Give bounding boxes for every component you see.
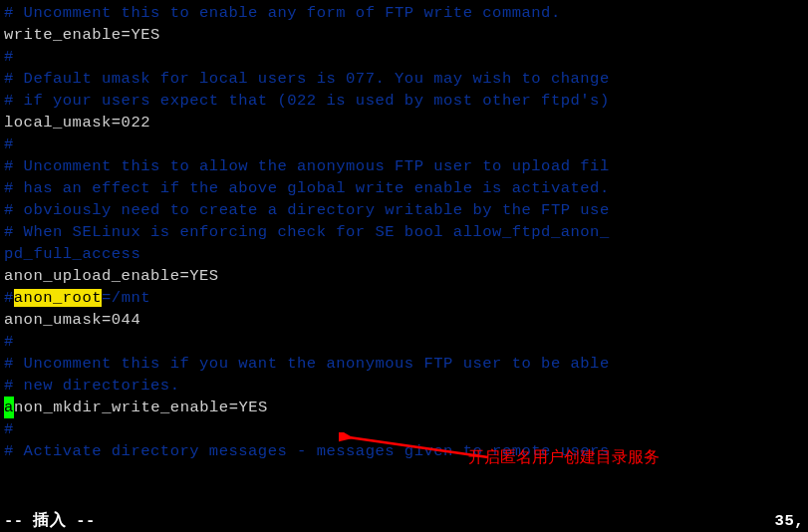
editor-line[interactable]: anon_upload_enable=YES [4, 265, 804, 287]
vim-status-bar: -- 插入 -- 35, [0, 510, 808, 532]
editor-line[interactable]: # obviously need to create a directory w… [4, 199, 804, 221]
text-segment: anon_umask=044 [4, 311, 140, 329]
vim-editor[interactable]: # Uncomment this to enable any form of F… [0, 0, 808, 464]
text-segment: # [4, 420, 14, 438]
search-highlight: anon_root [14, 289, 102, 307]
text-segment: # new directories. [4, 377, 179, 395]
editor-line[interactable]: # When SELinux is enforcing check for SE… [4, 221, 804, 243]
text-segment: # [4, 333, 14, 351]
editor-line[interactable]: # [4, 46, 804, 68]
editor-line[interactable]: # Activate directory messages - messages… [4, 440, 804, 462]
text-segment: # [4, 48, 14, 66]
text-segment: # obviously need to create a directory w… [4, 201, 610, 219]
text-segment: write_enable=YES [4, 26, 160, 44]
editor-line[interactable]: # Uncomment this if you want the anonymo… [4, 353, 804, 375]
editor-line[interactable]: # [4, 418, 804, 440]
text-segment: # Uncomment this to allow the anonymous … [4, 157, 610, 175]
text-segment: non_mkdir_write_enable=YES [14, 399, 268, 416]
vim-mode-indicator: -- 插入 -- [4, 510, 96, 532]
editor-line[interactable]: # [4, 133, 804, 155]
editor-line[interactable]: local_umask=022 [4, 112, 804, 133]
editor-line[interactable]: anon_mkdir_write_enable=YES [4, 397, 804, 418]
editor-line[interactable]: # has an effect if the above global writ… [4, 177, 804, 199]
editor-line[interactable]: # Uncomment this to enable any form of F… [4, 2, 804, 24]
text-segment: # When SELinux is enforcing check for SE… [4, 223, 610, 241]
text-segment: # [4, 135, 14, 153]
editor-line[interactable]: # new directories. [4, 375, 804, 397]
editor-line[interactable]: # if your users expect that (022 is used… [4, 90, 804, 112]
editor-line[interactable]: # [4, 331, 804, 353]
editor-line[interactable]: # Default umask for local users is 077. … [4, 68, 804, 90]
text-segment: # Default umask for local users is 077. … [4, 70, 610, 88]
editor-line[interactable]: pd_full_access [4, 243, 804, 265]
text-segment: anon_upload_enable=YES [4, 267, 219, 285]
text-segment: =/mnt [102, 289, 150, 307]
editor-line[interactable]: # Uncomment this to allow the anonymous … [4, 155, 804, 177]
vim-cursor-position: 35, [775, 510, 804, 532]
text-segment: # [4, 289, 14, 307]
editor-line[interactable]: anon_umask=044 [4, 309, 804, 331]
annotation-label: 开启匿名用户创建目录服务 [468, 446, 660, 468]
editor-line[interactable]: #anon_root=/mnt [4, 287, 804, 309]
text-segment: # if your users expect that (022 is used… [4, 92, 610, 110]
text-segment: pd_full_access [4, 245, 140, 263]
editor-line[interactable]: write_enable=YES [4, 24, 804, 46]
text-segment: # Uncomment this if you want the anonymo… [4, 355, 610, 373]
text-segment: # has an effect if the above global writ… [4, 179, 610, 197]
text-segment: # Uncomment this to enable any form of F… [4, 4, 561, 22]
cursor: a [4, 397, 14, 418]
text-segment: local_umask=022 [4, 114, 150, 132]
